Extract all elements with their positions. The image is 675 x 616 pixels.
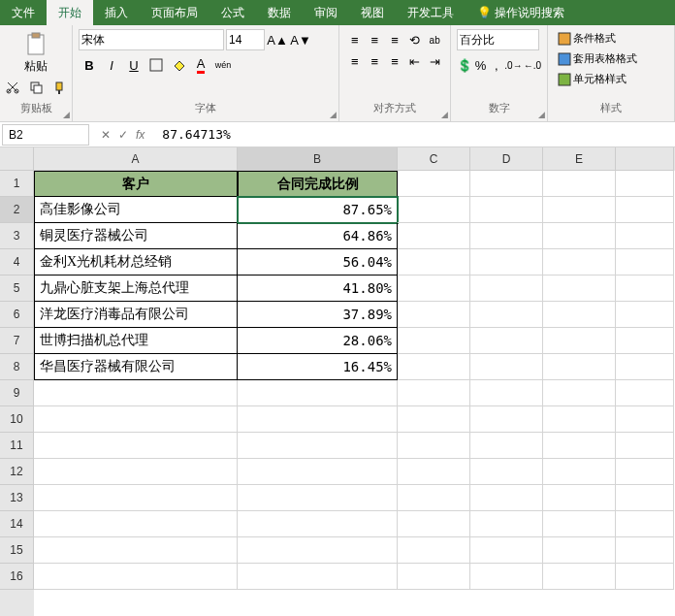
cell-E3[interactable] [543, 223, 616, 249]
cancel-formula-button[interactable]: ✕ [101, 128, 111, 142]
cell-E13[interactable] [543, 485, 616, 511]
align-right-button[interactable]: ≡ [385, 50, 404, 72]
cell-E2[interactable] [543, 197, 616, 223]
cell-B2[interactable]: 87.65% [238, 197, 398, 223]
tab-数据[interactable]: 数据 [256, 0, 303, 25]
cell-C8[interactable] [398, 354, 470, 380]
cell-B5[interactable]: 41.80% [238, 276, 398, 302]
cell-D12[interactable] [470, 459, 543, 485]
number-launcher[interactable]: ◢ [538, 110, 545, 119]
cell-C2[interactable] [398, 197, 470, 223]
cell-B6[interactable]: 37.89% [238, 302, 398, 328]
orientation-button[interactable]: ⟲ [405, 29, 425, 50]
tab-页面布局[interactable]: 页面布局 [140, 0, 209, 25]
cell-C11[interactable] [398, 433, 470, 459]
cell-pad-4[interactable] [616, 249, 674, 276]
cell-E12[interactable] [543, 459, 616, 485]
cell-E16[interactable] [543, 564, 616, 590]
cell-C12[interactable] [398, 459, 470, 485]
border-button[interactable] [145, 54, 167, 76]
cell-B7[interactable]: 28.06% [238, 328, 398, 354]
cell-A4[interactable]: 金利X光机耗材总经销 [34, 249, 238, 276]
cell-pad-16[interactable] [616, 564, 674, 590]
cell-D11[interactable] [470, 433, 543, 459]
row-header-6[interactable]: 6 [0, 302, 34, 328]
row-header-10[interactable]: 10 [0, 406, 34, 433]
increase-decimal-button[interactable]: .0→ [504, 54, 522, 76]
cell-C1[interactable] [398, 171, 470, 197]
number-format-combo[interactable] [457, 29, 539, 50]
cell-D4[interactable] [470, 249, 543, 276]
row-header-2[interactable]: 2 [0, 197, 34, 223]
cell-pad-3[interactable] [616, 223, 674, 249]
cell-D5[interactable] [470, 276, 543, 302]
font-color-button[interactable]: A [190, 54, 211, 76]
cell-A11[interactable] [34, 433, 238, 459]
cell-E5[interactable] [543, 276, 616, 302]
align-center-button[interactable]: ≡ [366, 50, 385, 72]
cell-A16[interactable] [34, 564, 238, 590]
decrease-decimal-button[interactable]: ←.0 [524, 54, 541, 76]
cell-pad-14[interactable] [616, 511, 674, 537]
tab-公式[interactable]: 公式 [209, 0, 256, 25]
cell-B12[interactable] [238, 459, 398, 485]
align-bottom-button[interactable]: ≡ [385, 29, 404, 50]
accounting-button[interactable]: 💲 [457, 54, 472, 76]
cell-D10[interactable] [470, 406, 543, 433]
cell-B13[interactable] [238, 485, 398, 511]
col-header-B[interactable]: B [238, 147, 398, 171]
align-middle-button[interactable]: ≡ [366, 29, 385, 50]
cell-C3[interactable] [398, 223, 470, 249]
cell-pad-5[interactable] [616, 276, 674, 302]
percent-button[interactable]: % [473, 54, 488, 76]
increase-indent-button[interactable]: ⇥ [425, 50, 444, 72]
conditional-format-button[interactable]: 条件格式 [554, 29, 668, 48]
cell-C9[interactable] [398, 380, 470, 406]
font-name-combo[interactable] [79, 29, 224, 50]
cell-D3[interactable] [470, 223, 543, 249]
enter-formula-button[interactable]: ✓ [118, 128, 128, 142]
cell-C6[interactable] [398, 302, 470, 328]
cell-B10[interactable] [238, 406, 398, 433]
cell-E9[interactable] [543, 380, 616, 406]
cell-D7[interactable] [470, 328, 543, 354]
cell-D9[interactable] [470, 380, 543, 406]
cell-C14[interactable] [398, 511, 470, 537]
tab-开发工具[interactable]: 开发工具 [396, 0, 466, 25]
copy-button[interactable] [25, 79, 47, 96]
row-header-12[interactable]: 12 [0, 459, 34, 485]
tab-视图[interactable]: 视图 [349, 0, 396, 25]
cell-pad-8[interactable] [616, 354, 674, 380]
row-header-15[interactable]: 15 [0, 537, 34, 564]
cell-E4[interactable] [543, 249, 616, 276]
cell-A10[interactable] [34, 406, 238, 433]
cell-C4[interactable] [398, 249, 470, 276]
decrease-indent-button[interactable]: ⇤ [405, 50, 425, 72]
cell-C7[interactable] [398, 328, 470, 354]
cell-A2[interactable]: 高佳影像公司 [34, 197, 238, 223]
cell-A13[interactable] [34, 485, 238, 511]
cell-pad-9[interactable] [616, 380, 674, 406]
select-all-corner[interactable] [0, 147, 34, 171]
cell-C13[interactable] [398, 485, 470, 511]
col-header-extra[interactable] [616, 147, 674, 171]
tab-插入[interactable]: 插入 [93, 0, 140, 25]
cell-C5[interactable] [398, 276, 470, 302]
cell-B3[interactable]: 64.86% [238, 223, 398, 249]
cell-D2[interactable] [470, 197, 543, 223]
underline-button[interactable]: U [123, 54, 145, 76]
tab-文件[interactable]: 文件 [0, 0, 47, 25]
cell-C16[interactable] [398, 564, 470, 590]
cell-A7[interactable]: 世博扫描机总代理 [34, 328, 238, 354]
align-left-button[interactable]: ≡ [345, 50, 365, 72]
row-header-3[interactable]: 3 [0, 223, 34, 249]
cell-pad-1[interactable] [616, 171, 674, 197]
cell-C10[interactable] [398, 406, 470, 433]
align-launcher[interactable]: ◢ [441, 110, 448, 119]
cell-B8[interactable]: 16.45% [238, 354, 398, 380]
cell-E15[interactable] [543, 537, 616, 564]
row-header-14[interactable]: 14 [0, 511, 34, 537]
cell-D15[interactable] [470, 537, 543, 564]
row-header-9[interactable]: 9 [0, 380, 34, 406]
cell-B15[interactable] [238, 537, 398, 564]
